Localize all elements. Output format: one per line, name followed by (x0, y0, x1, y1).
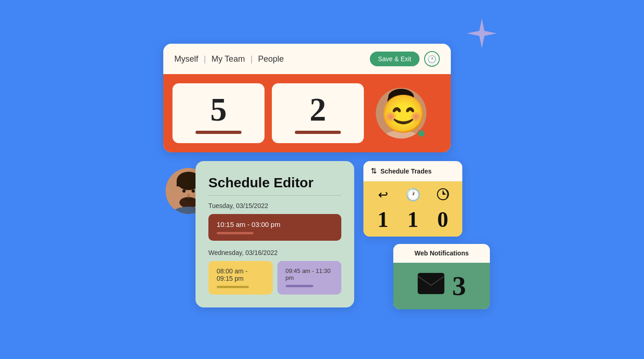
avatar-container (376, 88, 426, 139)
trades-header-text: Schedule Trades (380, 168, 431, 175)
time-bar-red (217, 232, 253, 234)
svg-point-4 (395, 111, 398, 115)
svg-point-2 (388, 89, 414, 105)
trades-body: ↩ 🕐 1 1 0 (363, 181, 462, 237)
svg-point-3 (389, 104, 413, 127)
trades-numbers-row: 1 1 0 (368, 207, 458, 232)
nav-myself[interactable]: Myself (174, 54, 198, 64)
trade-icon-2: 🕐 (400, 188, 426, 204)
trade-icon-1: ↩ (370, 188, 396, 204)
save-exit-button[interactable]: Save & Exit (370, 52, 420, 66)
number-bar-1 (196, 131, 242, 134)
number-box-2: 2 (272, 83, 364, 143)
clock-button[interactable]: 🕐 (424, 51, 440, 67)
number-5: 5 (210, 93, 227, 126)
trade-number-2: 1 (400, 207, 426, 232)
notif-body: 3 (393, 263, 490, 309)
number-bar-2 (295, 131, 341, 134)
svg-point-12 (179, 197, 198, 208)
svg-point-7 (384, 130, 419, 139)
trades-icons-row: ↩ 🕐 (368, 188, 458, 204)
number-2: 2 (310, 93, 326, 126)
time-blocks-row: 08:00 am - 09:15 pm 09:45 am - 11:30 pm (208, 261, 341, 295)
schedule-trades-card: ⇅ Schedule Trades ↩ 🕐 1 1 0 (363, 161, 462, 237)
notif-header: Web Notifications (393, 244, 490, 263)
svg-rect-18 (418, 273, 444, 294)
nav-sep-1: | (204, 54, 206, 64)
time-text-3: 09:45 am - 11:30 pm (286, 267, 334, 281)
time-text-1: 10:15 am - 03:00 pm (217, 220, 333, 228)
nav-my-team[interactable]: My Team (212, 54, 245, 64)
svg-point-1 (387, 90, 415, 113)
time-bar-yellow (217, 286, 249, 288)
schedule-divider (208, 195, 341, 196)
time-block-purple[interactable]: 09:45 am - 11:30 pm (277, 261, 342, 295)
top-card-header: Myself | My Team | People Save & Exit 🕐 (163, 44, 451, 74)
svg-point-13 (183, 190, 186, 193)
trades-arrows-icon: ⇅ (371, 167, 377, 175)
svg-point-5 (404, 111, 408, 115)
svg-point-15 (187, 194, 190, 197)
notif-header-text: Web Notifications (401, 249, 483, 257)
trade-icon-3 (430, 188, 455, 204)
trade-number-1: 1 (370, 207, 396, 232)
clock-icon: 🕐 (427, 55, 437, 64)
schedule-editor-card: Schedule Editor Tuesday, 03/15/2022 10:1… (196, 161, 354, 307)
number-box-1: 5 (172, 83, 264, 143)
schedule-date-2: Wednesday, 03/16/2022 (208, 249, 341, 256)
notif-count: 3 (452, 270, 466, 302)
schedule-title: Schedule Editor (208, 175, 341, 191)
star-decoration (467, 18, 497, 50)
top-card-body: 5 2 (163, 74, 451, 152)
nav-people[interactable]: People (258, 54, 284, 64)
avatar-online-dot (417, 129, 426, 138)
web-notifications-card: Web Notifications 3 (393, 244, 490, 309)
schedule-date-1: Tuesday, 03/15/2022 (208, 202, 341, 209)
time-bar-purple (286, 285, 313, 287)
time-block-yellow[interactable]: 08:00 am - 09:15 pm (208, 261, 273, 295)
trades-header: ⇅ Schedule Trades (363, 161, 462, 181)
time-text-2: 08:00 am - 09:15 pm (217, 267, 264, 282)
nav-sep-2: | (250, 54, 253, 64)
svg-point-14 (192, 190, 195, 193)
trade-number-3: 0 (430, 207, 455, 232)
top-card: Myself | My Team | People Save & Exit 🕐 … (163, 44, 451, 152)
mail-icon (417, 272, 445, 300)
time-block-tuesday[interactable]: 10:15 am - 03:00 pm (208, 214, 341, 241)
svg-rect-6 (397, 127, 405, 135)
